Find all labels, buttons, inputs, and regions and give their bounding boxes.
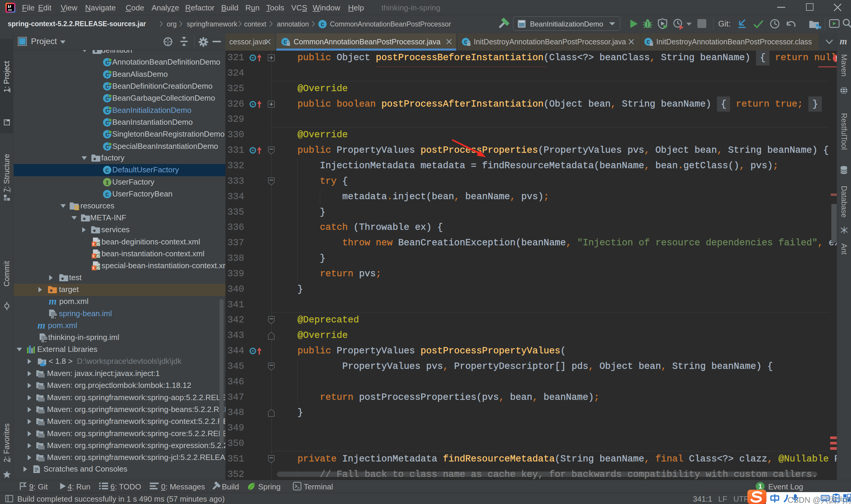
svg-text:C: C [105,144,109,151]
svg-text:C: C [105,95,109,103]
svg-text:C: C [105,84,109,90]
svg-text:C: C [105,167,109,174]
svg-text:C: C [105,120,109,127]
svg-text:C: C [647,39,650,46]
svg-text:C: C [464,39,467,46]
svg-text:I: I [105,180,109,186]
svg-text:C: C [321,21,324,28]
svg-text:m: m [49,297,57,306]
svg-text:C: C [105,108,109,114]
svg-text:C: C [105,192,109,198]
svg-text:C: C [105,59,109,66]
svg-text:m: m [37,321,45,330]
svg-text:C: C [284,39,287,46]
svg-text:C: C [105,72,109,78]
svg-text:C: C [105,131,109,139]
